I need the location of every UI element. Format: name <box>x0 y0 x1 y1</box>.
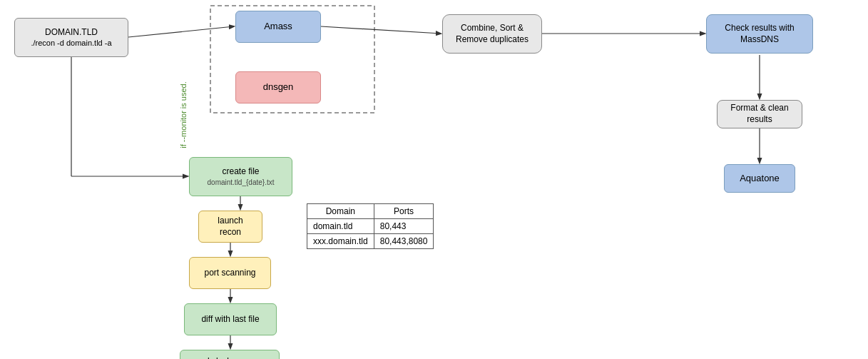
combine-label: Combine, Sort & Remove duplicates <box>450 23 534 45</box>
table-cell-domain-2: xxx.domain.tld <box>307 234 374 249</box>
table-header-ports: Ports <box>374 204 434 219</box>
slack-label: send slack message for new entries <box>188 356 272 359</box>
slack-node: send slack message for new entries <box>180 350 280 359</box>
createfile-line2: domaint.tld_{date}.txt <box>208 178 275 187</box>
format-label: Format & clean results <box>725 103 795 125</box>
combine-node: Combine, Sort & Remove duplicates <box>442 14 542 54</box>
svg-line-0 <box>128 26 234 37</box>
dnsgen-node: dnsgen <box>235 71 321 103</box>
massdns-node: Check results with MassDNS <box>706 14 813 54</box>
table-cell-domain-1: domain.tld <box>307 219 374 234</box>
domain-line1: DOMAIN.TLD <box>45 27 98 39</box>
dnsgen-label: dnsgen <box>263 81 294 93</box>
monitor-label: if --monitor is used. <box>179 81 188 148</box>
amass-node: Amass <box>235 11 321 43</box>
table-cell-ports-2: 80,443,8080 <box>374 234 434 249</box>
port-table: Domain Ports domain.tld 80,443 xxx.domai… <box>307 203 434 249</box>
aquatone-label: Aquatone <box>740 173 780 185</box>
portscanning-label: port scanning <box>204 268 255 279</box>
portscanning-node: port scanning <box>189 257 271 289</box>
domain-line2: ./recon -d domain.tld -a <box>31 38 111 48</box>
massdns-label: Check results with MassDNS <box>714 23 805 45</box>
svg-line-1 <box>321 26 441 34</box>
table-row: xxx.domain.tld 80,443,8080 <box>307 234 434 249</box>
format-node: Format & clean results <box>717 100 802 128</box>
diagram: DOMAIN.TLD ./recon -d domain.tld -a Amas… <box>0 0 868 359</box>
createfile-line1: create file <box>222 166 259 178</box>
aquatone-node: Aquatone <box>724 164 795 193</box>
table-cell-ports-1: 80,443 <box>374 219 434 234</box>
launchrecon-label: launch recon <box>206 216 255 238</box>
difffile-label: diff with last file <box>201 314 259 325</box>
createfile-node: create file domaint.tld_{date}.txt <box>189 157 292 196</box>
domain-node: DOMAIN.TLD ./recon -d domain.tld -a <box>14 18 128 57</box>
amass-label: Amass <box>264 21 292 33</box>
table-header-domain: Domain <box>307 204 374 219</box>
launchrecon-node: launch recon <box>198 211 262 243</box>
table-row: domain.tld 80,443 <box>307 219 434 234</box>
difffile-node: diff with last file <box>184 303 277 335</box>
